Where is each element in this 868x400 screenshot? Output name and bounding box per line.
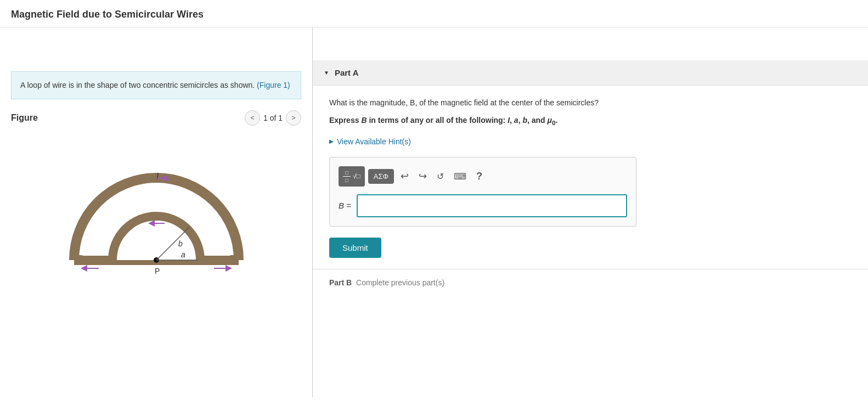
part-b-section: Part B Complete previous part(s)	[313, 269, 868, 296]
figure-area: I P	[11, 131, 301, 307]
help-button[interactable]: ?	[473, 168, 486, 184]
svg-text:I: I	[156, 172, 159, 181]
part-a-content: What is the magnitude, B, of the magneti…	[313, 86, 868, 269]
undo-button[interactable]: ↩	[397, 168, 412, 184]
answer-input[interactable]	[357, 194, 627, 217]
b-equals-label: B =	[339, 201, 351, 210]
svg-marker-8	[81, 265, 87, 272]
left-scroll-area[interactable]: A loop of wire is in the shape of two co…	[0, 27, 312, 397]
toolbar: □ □ √□ ΑΣΦ ↩ ↪ ↺ ⌨ ?	[339, 166, 627, 187]
part-b-label: Part B	[329, 278, 352, 287]
figure-header: Figure < 1 of 1 >	[11, 110, 301, 126]
right-panel: ▼ Part A What is the magnitude, B, of th…	[313, 27, 868, 397]
svg-text:P: P	[155, 267, 160, 275]
svg-text:a: a	[181, 250, 185, 259]
svg-text:b: b	[178, 239, 183, 248]
figure-link[interactable]: (Figure 1)	[257, 81, 290, 89]
collapse-icon[interactable]: ▼	[324, 70, 329, 76]
info-text: A loop of wire is in the shape of two co…	[20, 81, 255, 89]
fraction-icon: □ □	[343, 170, 351, 183]
figure-label: Figure	[11, 113, 38, 123]
input-row: B =	[339, 194, 627, 217]
part-a-header: ▼ Part A	[313, 60, 868, 86]
question-expression: Express B in terms of any or all of the …	[329, 114, 852, 128]
answer-box: □ □ √□ ΑΣΦ ↩ ↪ ↺ ⌨ ? B =	[329, 157, 636, 227]
part-b-status: Complete previous part(s)	[354, 278, 444, 287]
reset-button[interactable]: ↺	[433, 169, 447, 184]
figure-nav: < 1 of 1 >	[245, 110, 301, 126]
figure-svg: I P	[41, 137, 272, 301]
redo-button[interactable]: ↪	[415, 168, 430, 184]
question-text: What is the magnitude, B, of the magneti…	[329, 97, 852, 109]
keyboard-button[interactable]: ⌨	[450, 169, 470, 184]
part-a-title: Part A	[335, 68, 359, 77]
fraction-button[interactable]: □ □ √□	[339, 166, 365, 187]
figure-prev-button[interactable]: <	[245, 110, 260, 126]
hint-link[interactable]: View Available Hint(s)	[329, 137, 852, 146]
info-box: A loop of wire is in the shape of two co…	[11, 71, 301, 99]
page-title: Magnetic Field due to Semicircular Wires	[0, 0, 868, 27]
symbols-button[interactable]: ΑΣΦ	[368, 169, 394, 184]
left-panel: A loop of wire is in the shape of two co…	[0, 27, 313, 397]
svg-marker-10	[226, 265, 232, 272]
figure-next-button[interactable]: >	[286, 110, 301, 126]
figure-nav-count: 1 of 1	[263, 114, 283, 122]
sqrt-icon: √□	[353, 172, 360, 180]
submit-button[interactable]: Submit	[329, 238, 381, 258]
